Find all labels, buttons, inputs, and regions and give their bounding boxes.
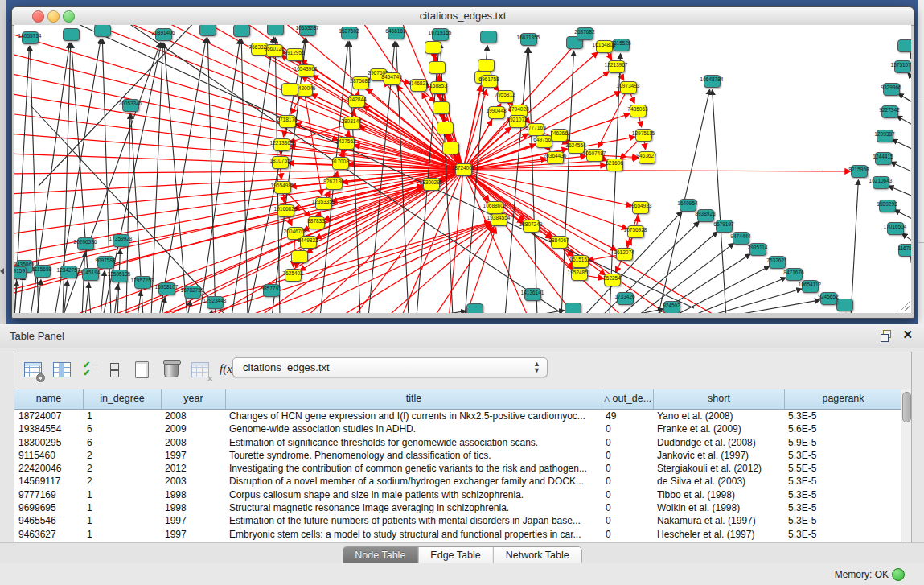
- table-cell[interactable]: 2: [83, 462, 161, 475]
- graph-node[interactable]: 1990448: [488, 106, 505, 119]
- graph-node[interactable]: 12342757: [60, 266, 77, 278]
- table-cell[interactable]: 1: [83, 410, 161, 422]
- graph-node[interactable]: [291, 250, 308, 263]
- table-cell[interactable]: 0: [602, 528, 653, 541]
- graph-node[interactable]: 8267130: [326, 177, 343, 190]
- table-cell[interactable]: 2: [83, 449, 161, 462]
- tab-edge-table[interactable]: Edge Table: [417, 547, 492, 565]
- graph-node[interactable]: [433, 101, 450, 114]
- delete-icon[interactable]: [162, 360, 183, 381]
- graph-node[interactable]: 7625402: [285, 269, 302, 282]
- tab-node-table[interactable]: Node Table: [343, 547, 417, 565]
- merge-rows-icon[interactable]: [105, 360, 126, 381]
- graph-node[interactable]: 19384554: [491, 213, 507, 226]
- graph-node[interactable]: 1115689: [34, 265, 51, 278]
- graph-node[interactable]: 746266: [551, 129, 568, 142]
- graph-node[interactable]: 2875685: [352, 76, 369, 89]
- graph-node[interactable]: 1640954: [680, 199, 696, 212]
- graph-node[interactable]: 2687682: [577, 27, 593, 40]
- table-row[interactable]: 977716911998Corpus callosum shape and si…: [14, 488, 901, 501]
- table-cell[interactable]: 0: [602, 475, 653, 488]
- table-row[interactable]: 946554611997Estimation of the future num…: [14, 514, 901, 527]
- graph-node[interactable]: 1589293: [879, 200, 896, 212]
- graph-node[interactable]: 8454749: [384, 72, 400, 85]
- table-row[interactable]: 911546021997Tourette syndrome. Phenomeno…: [14, 449, 901, 462]
- graph-node[interactable]: 6679197: [716, 220, 733, 233]
- table-cell[interactable]: 5.3E-5: [784, 475, 901, 488]
- graph-node[interactable]: 10756928: [627, 225, 644, 238]
- table-cell[interactable]: 5.9E-5: [784, 436, 901, 449]
- graph-node[interactable]: 887833: [308, 216, 325, 229]
- table-cell[interactable]: 1: [83, 501, 161, 514]
- graph-node[interactable]: 12213967: [608, 60, 625, 73]
- graph-node[interactable]: 19524851: [571, 268, 588, 281]
- table-cell[interactable]: Nakamura et al. (1997): [653, 514, 784, 527]
- graph-node[interactable]: 22420046: [296, 84, 313, 97]
- graph-node[interactable]: 39159: [14, 266, 27, 279]
- float-panel-icon[interactable]: [881, 330, 892, 341]
- graph-node[interactable]: 8938923: [697, 209, 714, 222]
- graph-node[interactable]: 19166829: [277, 204, 294, 217]
- graph-node[interactable]: 15751074: [894, 60, 911, 73]
- table-cell[interactable]: Tibbo et al. (1998): [653, 488, 784, 501]
- column-header-name[interactable]: name: [14, 389, 83, 409]
- table-cell[interactable]: Tourette syndrome. Phenomenology and cla…: [225, 449, 602, 462]
- graph-node[interactable]: 19654923: [632, 201, 649, 214]
- graph-node[interactable]: 6466161: [388, 27, 405, 39]
- graph-node[interactable]: 20053346: [122, 99, 139, 112]
- scrollbar-thumb[interactable]: [902, 392, 911, 422]
- table-cell[interactable]: 9463627: [14, 528, 83, 541]
- table-scrollbar[interactable]: [901, 389, 911, 542]
- table-cell[interactable]: Estimation of significance thresholds fo…: [225, 436, 602, 449]
- graph-node[interactable]: 10654112: [802, 280, 819, 293]
- table-cell[interactable]: 6: [83, 436, 161, 449]
- graph-node[interactable]: 18724007: [455, 163, 472, 176]
- graph-node[interactable]: 19654985: [274, 181, 291, 194]
- graph-node[interactable]: 17016504: [887, 222, 904, 235]
- graph-node[interactable]: [267, 25, 284, 35]
- graph-node[interactable]: 12975115: [635, 129, 652, 142]
- graph-node[interactable]: 3624554: [568, 141, 585, 154]
- table-cell[interactable]: 22420046: [14, 462, 83, 475]
- graph-node[interactable]: 7815526: [613, 39, 630, 51]
- table-cell[interactable]: 5.3E-5: [784, 514, 901, 527]
- table-cell[interactable]: Changes of HCN gene expression and I(f) …: [225, 410, 602, 422]
- table-cell[interactable]: 1: [83, 488, 161, 501]
- graph-node[interactable]: 14055714: [22, 31, 39, 44]
- table-row[interactable]: 969969511998Structural magnetic resonanc…: [14, 501, 901, 514]
- graph-node[interactable]: 9463627: [639, 151, 655, 164]
- table-cell[interactable]: Stergiakouli et al. (2012): [653, 462, 784, 475]
- graph-node[interactable]: 917008: [332, 157, 349, 170]
- graph-node[interactable]: 20891406: [155, 28, 172, 41]
- network-window-titlebar[interactable]: citations_edges.txt: [12, 7, 914, 26]
- graph-node[interactable]: 252254: [604, 274, 621, 286]
- graph-node[interactable]: 7632621: [769, 256, 786, 269]
- collapse-panel-icon[interactable]: [0, 268, 4, 274]
- graph-node[interactable]: 17957253: [134, 276, 151, 289]
- graph-node[interactable]: 9474444: [733, 232, 749, 245]
- graph-node[interactable]: 8912955: [286, 48, 303, 61]
- table-cell[interactable]: 5.6E-5: [784, 422, 901, 435]
- graph-node[interactable]: [233, 25, 250, 37]
- column-header-pagerank[interactable]: pagerank: [784, 389, 901, 409]
- graph-node[interactable]: 8471676: [786, 268, 803, 281]
- graph-node[interactable]: 9660126: [266, 44, 283, 57]
- graph-node[interactable]: 10607487: [586, 149, 603, 162]
- graph-node[interactable]: 1244415: [875, 152, 892, 165]
- table-cell[interactable]: Wolkin et al. (1998): [653, 501, 784, 514]
- graph-node[interactable]: 9329966: [883, 83, 900, 96]
- graph-node[interactable]: 9777169: [528, 123, 544, 136]
- table-selector-dropdown[interactable]: citations_edges.txt ▲▼: [232, 357, 548, 377]
- table-cell[interactable]: Yano et al. (2008): [653, 410, 784, 422]
- graph-node[interactable]: 3427552: [338, 137, 355, 150]
- graph-node[interactable]: 7663822: [251, 43, 268, 56]
- table-cell[interactable]: Franke et al. (2009): [653, 422, 784, 435]
- table-cell[interactable]: Hescheler et al. (1997): [653, 528, 784, 541]
- table-cell[interactable]: Estimation of the future numbers of pati…: [225, 514, 602, 527]
- graph-node[interactable]: 6961758: [481, 75, 498, 88]
- network-window[interactable]: citations_edges.txt 18724007183002951938…: [11, 6, 914, 319]
- column-header-out_de[interactable]: △out_de...: [602, 389, 653, 409]
- graph-node[interactable]: 9227342: [881, 105, 898, 118]
- graph-node[interactable]: 9884067: [551, 236, 568, 249]
- table-cell[interactable]: 5.3E-5: [784, 501, 901, 514]
